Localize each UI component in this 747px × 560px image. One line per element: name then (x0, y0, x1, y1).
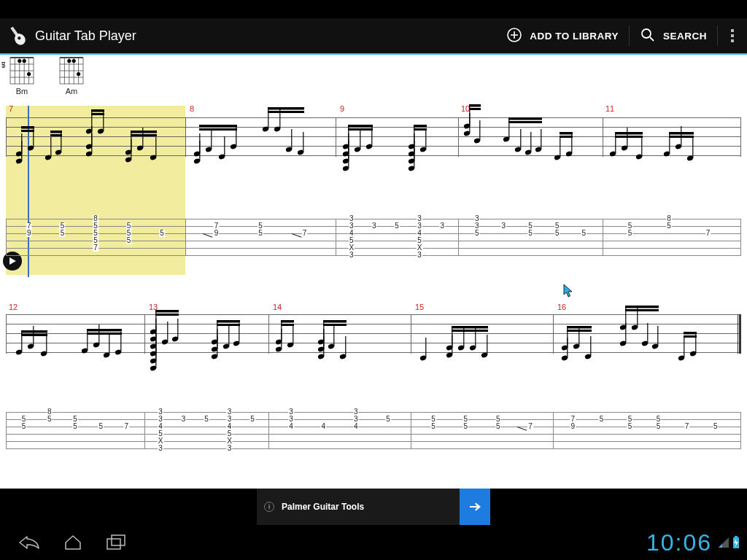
system-nav-bar: 10:06 (0, 525, 747, 560)
signal-icon (718, 537, 729, 548)
tab-fret-number: 5 (656, 423, 662, 430)
svg-rect-103 (348, 128, 373, 131)
tab-fret-number: 3 (158, 445, 163, 452)
tab-fret-number: 3 (349, 252, 355, 259)
info-icon: i (264, 502, 274, 512)
svg-rect-210 (281, 320, 294, 323)
svg-rect-115 (414, 128, 427, 131)
tab-fret-number: 5 (126, 237, 132, 244)
svg-rect-246 (567, 326, 592, 329)
add-to-library-button[interactable]: ADD TO LIBRARY (496, 18, 629, 53)
svg-rect-190 (155, 310, 179, 313)
tab-fret-number: 5 (21, 423, 27, 430)
measure-number: 12 (9, 303, 18, 311)
chord-fret-position: 5 (1, 61, 6, 69)
svg-rect-211 (281, 324, 294, 326)
svg-rect-57 (91, 113, 104, 115)
svg-rect-203 (217, 324, 240, 326)
tab-fret-number: 7 (705, 230, 711, 237)
svg-rect-259 (625, 309, 659, 311)
tab-fret-number: 5 (430, 423, 436, 430)
tab-fret-number: 3 (181, 416, 187, 423)
ad-banner[interactable]: i Palmer Guitar Tools (0, 489, 747, 525)
tab-fret-number: 7 (302, 230, 308, 237)
measure-number: 8 (190, 104, 194, 113)
svg-rect-269 (735, 536, 738, 537)
svg-rect-88 (268, 107, 304, 110)
svg-rect-89 (268, 111, 304, 113)
measure-number: 16 (557, 303, 566, 311)
svg-rect-222 (323, 320, 347, 323)
svg-rect-264 (684, 332, 697, 335)
svg-rect-133 (508, 121, 542, 123)
measure-number: 15 (415, 303, 424, 311)
svg-rect-154 (669, 132, 694, 135)
chord-grid (9, 56, 35, 85)
note-cluster (664, 125, 747, 190)
tab-fret-number: 5 (713, 423, 719, 430)
ad-go-button[interactable] (460, 489, 490, 525)
measure-number: 10 (461, 104, 470, 113)
tab-fret-number: 3 (227, 445, 233, 452)
svg-rect-79 (199, 128, 237, 131)
svg-rect-267 (112, 535, 125, 545)
svg-point-5 (642, 29, 651, 38)
tab-fret-number: 3 (371, 222, 377, 230)
svg-rect-46 (50, 131, 62, 133)
svg-rect-191 (155, 314, 179, 316)
svg-rect-265 (684, 335, 697, 338)
clock: 10:06 (646, 529, 712, 556)
svg-rect-78 (199, 125, 237, 128)
svg-rect-138 (560, 132, 573, 135)
tab-fret-number: 5 (495, 423, 501, 430)
chord-muted-strings: x x x x (7, 53, 86, 55)
measure-number: 14 (273, 303, 282, 311)
recents-button[interactable] (95, 525, 139, 560)
svg-rect-122 (469, 104, 481, 107)
overflow-menu-button[interactable] (718, 29, 747, 42)
system-status-bar (0, 0, 747, 18)
add-to-library-label: ADD TO LIBRARY (530, 31, 619, 42)
svg-rect-123 (469, 108, 481, 110)
search-icon (640, 27, 656, 45)
svg-point-32 (72, 59, 76, 63)
app-icon (0, 18, 35, 53)
svg-rect-147 (615, 136, 643, 138)
svg-point-19 (27, 72, 31, 76)
tab-fret-number: 9 (26, 230, 32, 237)
tab-fret-number: 5 (463, 423, 469, 430)
svg-rect-56 (91, 109, 104, 112)
home-button[interactable] (51, 525, 95, 560)
svg-rect-258 (625, 306, 659, 308)
app-title: Guitar Tab Player (35, 28, 136, 44)
measure-number: 7 (9, 104, 13, 113)
chord-diagram: 7 x x x x Bm (7, 56, 36, 96)
svg-rect-139 (560, 136, 573, 138)
tab-fret-number: 5 (385, 416, 391, 423)
cursor-icon (563, 284, 575, 301)
tab-fret-number: 5 (72, 423, 78, 430)
tab-fret-number: 5 (627, 423, 633, 430)
svg-rect-102 (348, 125, 373, 128)
tab-fret-number: 9 (214, 230, 220, 237)
tab-fret-number: 5 (204, 416, 209, 423)
tab-fret-number: 4 (353, 423, 359, 430)
svg-point-17 (18, 59, 21, 63)
tab-fret-number: 7 (93, 244, 98, 252)
tab-fret-number: 5 (666, 222, 672, 230)
search-button[interactable]: SEARCH (630, 18, 717, 53)
tab-fret-number: 5 (527, 230, 533, 237)
svg-rect-236 (452, 326, 488, 329)
battery-charging-icon (732, 536, 740, 549)
svg-rect-114 (414, 125, 427, 128)
back-button[interactable] (7, 525, 51, 560)
tab-fret-number: 5 (394, 222, 400, 230)
sheet-content[interactable]: 7 x x x x Bm 5 x x x x Am (0, 53, 747, 489)
svg-rect-162 (21, 330, 47, 333)
app-bar: Guitar Tab Player ADD TO LIBRARY SEARCH (0, 18, 747, 53)
tab-fret-number: 5 (159, 230, 165, 237)
svg-rect-155 (669, 136, 694, 138)
plus-circle-icon (506, 27, 522, 45)
tab-fret-number: 7 (124, 423, 130, 430)
svg-rect-66 (131, 131, 157, 133)
